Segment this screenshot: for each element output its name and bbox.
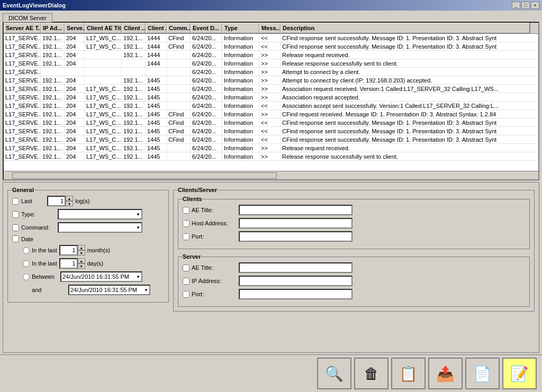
table-row[interactable]: L17_SERVE...192.1...204L17_WS_C...192.1.… bbox=[4, 42, 538, 51]
table-cell: 192.1... bbox=[41, 51, 65, 59]
in-last-day-radio[interactable] bbox=[23, 260, 30, 267]
table-row[interactable]: L17_SERVE...192.1...204L17_WS_C...192.1.… bbox=[4, 144, 538, 152]
table-row[interactable]: L17_SERVE...192.1...204L17_WS_C...192.1.… bbox=[4, 118, 538, 127]
date-checkbox[interactable] bbox=[12, 235, 19, 242]
between-date-dropdown[interactable]: 24/Jun/2010 16:31:55 PM ▼ bbox=[60, 271, 142, 282]
window-controls: _ □ × bbox=[512, 2, 539, 9]
and-row: and 24/Jun/2010 16:31:55 PM ▼ bbox=[23, 285, 164, 295]
client-port-checkbox[interactable] bbox=[183, 233, 189, 240]
tab-dicom-server[interactable]: DICOM Server bbox=[3, 13, 52, 22]
col-header-mess[interactable]: Mess... bbox=[259, 23, 281, 33]
horizontal-scrollbar[interactable] bbox=[4, 171, 538, 179]
table-cell: L17_SERVE... bbox=[4, 110, 41, 118]
date-label: Date bbox=[21, 236, 33, 242]
server-ip-input[interactable] bbox=[239, 276, 353, 286]
type-dropdown[interactable]: ▼ bbox=[58, 209, 142, 220]
spin-up[interactable]: ▲ bbox=[66, 196, 73, 201]
col-header-server-ae[interactable]: Server AE T... bbox=[4, 23, 41, 33]
table-cell bbox=[85, 59, 122, 67]
scrollbar-thumb[interactable] bbox=[12, 172, 277, 179]
type-checkbox[interactable] bbox=[12, 211, 19, 218]
table-cell: << bbox=[259, 118, 281, 126]
server-ae-row: AE Title: bbox=[183, 262, 525, 273]
client-host-checkbox[interactable] bbox=[183, 220, 189, 227]
in-last-month-radio[interactable] bbox=[23, 247, 30, 254]
table-cell: L17_WS_C... bbox=[85, 118, 122, 126]
last-checkbox[interactable] bbox=[12, 198, 19, 205]
copy-button[interactable]: 📄 bbox=[465, 358, 500, 389]
command-checkbox[interactable] bbox=[12, 224, 19, 231]
table-cell: 192.1... bbox=[41, 144, 65, 152]
table-cell: Information bbox=[222, 102, 259, 110]
table-cell: 6/24/20... bbox=[191, 42, 222, 50]
and-date-dropdown[interactable]: 24/Jun/2010 16:31:55 PM ▼ bbox=[68, 285, 150, 295]
client-port-row: Port: bbox=[183, 231, 525, 242]
col-header-serve[interactable]: Serve... bbox=[65, 23, 85, 33]
col-header-ip[interactable]: IP Ad... bbox=[41, 23, 65, 33]
server-ip-checkbox[interactable] bbox=[183, 278, 189, 285]
notes-button[interactable]: 📝 bbox=[502, 358, 537, 389]
table-row[interactable]: L17_SERVE...192.1...204L17_WS_C...192.1.… bbox=[4, 93, 538, 102]
table-cell: CFind request received. Message ID: 1. P… bbox=[281, 110, 538, 118]
table-body[interactable]: L17_SERVE...192.1...204L17_WS_C...192.1.… bbox=[4, 34, 538, 171]
table-row[interactable]: L17_SERVE...192.1...20414446/24/20...Inf… bbox=[4, 59, 538, 68]
import-button[interactable]: 📤 bbox=[428, 358, 463, 389]
table-row[interactable]: L17_SERVE...192.1...204L17_WS_C...192.1.… bbox=[4, 85, 538, 93]
server-ae-checkbox[interactable] bbox=[183, 265, 189, 271]
table-row[interactable]: L17_SERVE...192.1...204L17_WS_C...192.1.… bbox=[4, 110, 538, 118]
table-cell: L17_SERVE... bbox=[4, 93, 41, 101]
last-spin[interactable]: ▲ ▼ bbox=[47, 196, 73, 206]
day-spin[interactable]: ▲ ▼ bbox=[59, 258, 85, 269]
table-row[interactable]: L17_SERVE...192.1...204L17_WS_C...192.1.… bbox=[4, 34, 538, 42]
server-port-input[interactable] bbox=[239, 289, 353, 299]
month-spin[interactable]: ▲ ▼ bbox=[59, 245, 85, 256]
table-cell: Information bbox=[222, 34, 259, 42]
close-button[interactable]: × bbox=[531, 2, 539, 9]
server-port-checkbox[interactable] bbox=[183, 291, 189, 298]
day-spin-up[interactable]: ▲ bbox=[78, 258, 85, 263]
table-row[interactable]: L17_SERVE...192.1...204L17_WS_C...192.1.… bbox=[4, 152, 538, 161]
col-header-type[interactable]: Type bbox=[222, 23, 259, 33]
client-host-input[interactable] bbox=[239, 218, 353, 229]
table-cell: 204 bbox=[65, 135, 85, 143]
export-button[interactable]: 📋 bbox=[391, 358, 426, 389]
col-header-comm[interactable]: Comm... bbox=[167, 23, 191, 33]
last-input[interactable] bbox=[47, 196, 66, 206]
client-ae-input[interactable] bbox=[239, 205, 353, 215]
table-row[interactable]: L17_SERVE...6/24/20...Information>>Attem… bbox=[4, 68, 538, 76]
month-spin-up[interactable]: ▲ bbox=[78, 245, 85, 250]
table-row[interactable]: L17_SERVE...192.1...204L17_WS_C...192.1.… bbox=[4, 135, 538, 144]
table-cell: CFind bbox=[167, 34, 191, 42]
col-header-client-ae[interactable]: Client AE Title bbox=[85, 23, 122, 33]
table-cell: Release request received. bbox=[281, 144, 538, 152]
col-header-client2[interactable]: Client ... bbox=[146, 23, 167, 33]
month-spin-down[interactable]: ▼ bbox=[78, 250, 85, 256]
table-row[interactable]: L17_SERVE...192.1...204192.1...14446/24/… bbox=[4, 51, 538, 59]
maximize-button[interactable]: □ bbox=[521, 2, 530, 9]
in-last-day-row: In the last ▲ ▼ day(s) bbox=[23, 258, 164, 269]
table-cell: 192.1... bbox=[41, 93, 65, 101]
command-dropdown[interactable]: ▼ bbox=[58, 222, 142, 233]
client-ae-checkbox[interactable] bbox=[183, 207, 189, 214]
server-ae-input[interactable] bbox=[239, 262, 353, 273]
table-row[interactable]: L17_SERVE...192.1...204L17_WS_C...192.1.… bbox=[4, 127, 538, 135]
search-button[interactable]: 🔍 bbox=[317, 358, 351, 389]
col-header-event[interactable]: Event D... bbox=[191, 23, 222, 33]
client-port-input[interactable] bbox=[239, 231, 353, 242]
table-row[interactable]: L17_SERVE...192.1...204L17_WS_C...192.1.… bbox=[4, 102, 538, 110]
between-radio[interactable] bbox=[23, 274, 30, 280]
minimize-button[interactable]: _ bbox=[512, 2, 520, 9]
day-input[interactable] bbox=[59, 258, 78, 269]
table-cell: L17_SERVE... bbox=[4, 127, 41, 135]
table-cell: Association accept sent successfully. Ve… bbox=[281, 102, 538, 110]
table-cell bbox=[167, 152, 191, 160]
spin-down[interactable]: ▼ bbox=[66, 201, 73, 206]
delete-button[interactable]: 🗑 bbox=[354, 358, 389, 389]
month-input[interactable] bbox=[59, 245, 78, 256]
table-row[interactable]: L17_SERVE...192.1...204192.1...14456/24/… bbox=[4, 76, 538, 85]
col-header-desc[interactable]: Description bbox=[281, 23, 530, 33]
col-header-client1[interactable]: Client ... bbox=[122, 23, 146, 33]
day-spin-down[interactable]: ▼ bbox=[78, 263, 85, 269]
table-cell: Information bbox=[222, 127, 259, 135]
table-cell: L17_SERVE... bbox=[4, 102, 41, 110]
